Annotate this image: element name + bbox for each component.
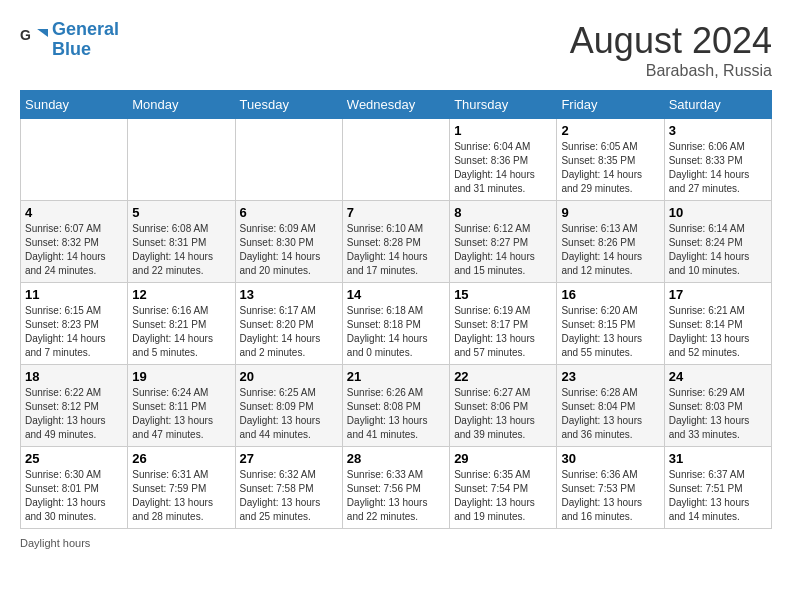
day-info: Sunrise: 6:08 AM Sunset: 8:31 PM Dayligh… xyxy=(132,222,230,278)
day-info: Sunrise: 6:18 AM Sunset: 8:18 PM Dayligh… xyxy=(347,304,445,360)
day-header-friday: Friday xyxy=(557,91,664,119)
day-number: 22 xyxy=(454,369,552,384)
day-info: Sunrise: 6:05 AM Sunset: 8:35 PM Dayligh… xyxy=(561,140,659,196)
day-number: 17 xyxy=(669,287,767,302)
day-number: 9 xyxy=(561,205,659,220)
calendar-cell: 13Sunrise: 6:17 AM Sunset: 8:20 PM Dayli… xyxy=(235,283,342,365)
day-number: 13 xyxy=(240,287,338,302)
day-number: 2 xyxy=(561,123,659,138)
calendar-cell xyxy=(128,119,235,201)
calendar-cell: 1Sunrise: 6:04 AM Sunset: 8:36 PM Daylig… xyxy=(450,119,557,201)
day-info: Sunrise: 6:33 AM Sunset: 7:56 PM Dayligh… xyxy=(347,468,445,524)
day-info: Sunrise: 6:07 AM Sunset: 8:32 PM Dayligh… xyxy=(25,222,123,278)
day-number: 1 xyxy=(454,123,552,138)
day-info: Sunrise: 6:32 AM Sunset: 7:58 PM Dayligh… xyxy=(240,468,338,524)
calendar-cell: 31Sunrise: 6:37 AM Sunset: 7:51 PM Dayli… xyxy=(664,447,771,529)
calendar-cell: 20Sunrise: 6:25 AM Sunset: 8:09 PM Dayli… xyxy=(235,365,342,447)
calendar-cell: 27Sunrise: 6:32 AM Sunset: 7:58 PM Dayli… xyxy=(235,447,342,529)
calendar-cell: 16Sunrise: 6:20 AM Sunset: 8:15 PM Dayli… xyxy=(557,283,664,365)
day-number: 27 xyxy=(240,451,338,466)
day-info: Sunrise: 6:10 AM Sunset: 8:28 PM Dayligh… xyxy=(347,222,445,278)
week-row-3: 11Sunrise: 6:15 AM Sunset: 8:23 PM Dayli… xyxy=(21,283,772,365)
calendar-cell: 3Sunrise: 6:06 AM Sunset: 8:33 PM Daylig… xyxy=(664,119,771,201)
day-info: Sunrise: 6:12 AM Sunset: 8:27 PM Dayligh… xyxy=(454,222,552,278)
day-number: 14 xyxy=(347,287,445,302)
day-number: 3 xyxy=(669,123,767,138)
calendar-cell: 7Sunrise: 6:10 AM Sunset: 8:28 PM Daylig… xyxy=(342,201,449,283)
logo-blue: Blue xyxy=(52,40,119,60)
calendar-cell: 9Sunrise: 6:13 AM Sunset: 8:26 PM Daylig… xyxy=(557,201,664,283)
day-number: 31 xyxy=(669,451,767,466)
calendar-cell: 25Sunrise: 6:30 AM Sunset: 8:01 PM Dayli… xyxy=(21,447,128,529)
day-info: Sunrise: 6:28 AM Sunset: 8:04 PM Dayligh… xyxy=(561,386,659,442)
calendar-cell xyxy=(342,119,449,201)
month-year: August 2024 xyxy=(570,20,772,62)
calendar-cell: 6Sunrise: 6:09 AM Sunset: 8:30 PM Daylig… xyxy=(235,201,342,283)
calendar-cell: 22Sunrise: 6:27 AM Sunset: 8:06 PM Dayli… xyxy=(450,365,557,447)
day-info: Sunrise: 6:17 AM Sunset: 8:20 PM Dayligh… xyxy=(240,304,338,360)
logo-icon: G xyxy=(20,26,48,54)
calendar-cell: 29Sunrise: 6:35 AM Sunset: 7:54 PM Dayli… xyxy=(450,447,557,529)
day-info: Sunrise: 6:30 AM Sunset: 8:01 PM Dayligh… xyxy=(25,468,123,524)
day-number: 16 xyxy=(561,287,659,302)
day-number: 21 xyxy=(347,369,445,384)
week-row-1: 1Sunrise: 6:04 AM Sunset: 8:36 PM Daylig… xyxy=(21,119,772,201)
calendar-cell: 30Sunrise: 6:36 AM Sunset: 7:53 PM Dayli… xyxy=(557,447,664,529)
day-info: Sunrise: 6:26 AM Sunset: 8:08 PM Dayligh… xyxy=(347,386,445,442)
footer: Daylight hours xyxy=(20,537,772,549)
svg-marker-1 xyxy=(37,29,48,37)
calendar-cell: 5Sunrise: 6:08 AM Sunset: 8:31 PM Daylig… xyxy=(128,201,235,283)
day-info: Sunrise: 6:06 AM Sunset: 8:33 PM Dayligh… xyxy=(669,140,767,196)
calendar-cell xyxy=(235,119,342,201)
calendar-cell: 19Sunrise: 6:24 AM Sunset: 8:11 PM Dayli… xyxy=(128,365,235,447)
title-block: August 2024 Barabash, Russia xyxy=(570,20,772,80)
day-number: 24 xyxy=(669,369,767,384)
day-number: 20 xyxy=(240,369,338,384)
calendar-cell: 12Sunrise: 6:16 AM Sunset: 8:21 PM Dayli… xyxy=(128,283,235,365)
day-info: Sunrise: 6:21 AM Sunset: 8:14 PM Dayligh… xyxy=(669,304,767,360)
daylight-hours-label: Daylight hours xyxy=(20,537,90,549)
day-number: 6 xyxy=(240,205,338,220)
day-info: Sunrise: 6:15 AM Sunset: 8:23 PM Dayligh… xyxy=(25,304,123,360)
page-header: G General Blue August 2024 Barabash, Rus… xyxy=(20,20,772,80)
day-number: 12 xyxy=(132,287,230,302)
week-row-5: 25Sunrise: 6:30 AM Sunset: 8:01 PM Dayli… xyxy=(21,447,772,529)
day-info: Sunrise: 6:09 AM Sunset: 8:30 PM Dayligh… xyxy=(240,222,338,278)
day-number: 4 xyxy=(25,205,123,220)
day-info: Sunrise: 6:37 AM Sunset: 7:51 PM Dayligh… xyxy=(669,468,767,524)
location: Barabash, Russia xyxy=(570,62,772,80)
calendar-cell: 11Sunrise: 6:15 AM Sunset: 8:23 PM Dayli… xyxy=(21,283,128,365)
day-number: 30 xyxy=(561,451,659,466)
day-number: 25 xyxy=(25,451,123,466)
calendar-header-row: SundayMondayTuesdayWednesdayThursdayFrid… xyxy=(21,91,772,119)
day-info: Sunrise: 6:04 AM Sunset: 8:36 PM Dayligh… xyxy=(454,140,552,196)
day-number: 28 xyxy=(347,451,445,466)
day-header-saturday: Saturday xyxy=(664,91,771,119)
calendar-cell: 24Sunrise: 6:29 AM Sunset: 8:03 PM Dayli… xyxy=(664,365,771,447)
day-header-sunday: Sunday xyxy=(21,91,128,119)
logo-text: General Blue xyxy=(52,20,119,60)
day-info: Sunrise: 6:31 AM Sunset: 7:59 PM Dayligh… xyxy=(132,468,230,524)
calendar-cell: 2Sunrise: 6:05 AM Sunset: 8:35 PM Daylig… xyxy=(557,119,664,201)
calendar-cell: 4Sunrise: 6:07 AM Sunset: 8:32 PM Daylig… xyxy=(21,201,128,283)
day-info: Sunrise: 6:19 AM Sunset: 8:17 PM Dayligh… xyxy=(454,304,552,360)
day-header-wednesday: Wednesday xyxy=(342,91,449,119)
day-header-tuesday: Tuesday xyxy=(235,91,342,119)
day-info: Sunrise: 6:22 AM Sunset: 8:12 PM Dayligh… xyxy=(25,386,123,442)
day-number: 5 xyxy=(132,205,230,220)
calendar-cell: 10Sunrise: 6:14 AM Sunset: 8:24 PM Dayli… xyxy=(664,201,771,283)
day-number: 23 xyxy=(561,369,659,384)
calendar-cell: 23Sunrise: 6:28 AM Sunset: 8:04 PM Dayli… xyxy=(557,365,664,447)
calendar-cell: 18Sunrise: 6:22 AM Sunset: 8:12 PM Dayli… xyxy=(21,365,128,447)
week-row-4: 18Sunrise: 6:22 AM Sunset: 8:12 PM Dayli… xyxy=(21,365,772,447)
day-number: 7 xyxy=(347,205,445,220)
day-info: Sunrise: 6:20 AM Sunset: 8:15 PM Dayligh… xyxy=(561,304,659,360)
calendar-cell: 17Sunrise: 6:21 AM Sunset: 8:14 PM Dayli… xyxy=(664,283,771,365)
day-header-thursday: Thursday xyxy=(450,91,557,119)
calendar-cell xyxy=(21,119,128,201)
logo-general: General xyxy=(52,19,119,39)
svg-text:G: G xyxy=(20,27,31,43)
day-info: Sunrise: 6:36 AM Sunset: 7:53 PM Dayligh… xyxy=(561,468,659,524)
day-info: Sunrise: 6:35 AM Sunset: 7:54 PM Dayligh… xyxy=(454,468,552,524)
week-row-2: 4Sunrise: 6:07 AM Sunset: 8:32 PM Daylig… xyxy=(21,201,772,283)
